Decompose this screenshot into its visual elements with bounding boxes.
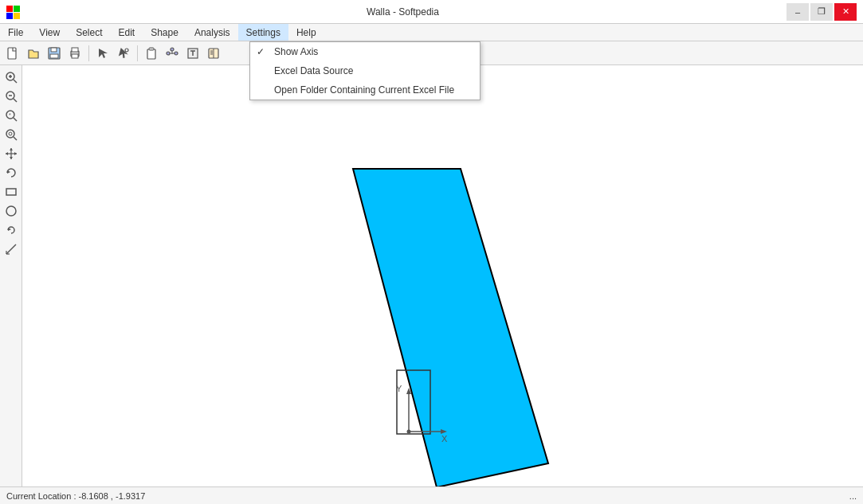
svg-line-26 [14,99,17,102]
svg-line-22 [14,80,17,83]
svg-text:*: * [9,112,11,118]
settings-dropdown: ✓ Show Axis Excel Data Source Open Folde… [249,41,481,100]
svg-marker-43 [8,228,11,231]
svg-point-10 [167,52,170,55]
close-button[interactable]: ✕ [834,3,857,21]
menu-select[interactable]: Select [68,24,110,41]
app-logo [6,6,19,18]
svg-point-31 [6,130,14,138]
menu-settings[interactable]: Settings [238,24,288,41]
toolbar-sep2 [137,45,138,61]
dropdown-show-axis[interactable]: ✓ Show Axis [250,42,480,61]
svg-rect-6 [72,48,78,52]
svg-marker-38 [6,152,8,155]
svg-point-7 [125,49,128,52]
menu-analysis[interactable]: Analysis [186,24,238,41]
toolbar-book[interactable] [204,44,223,63]
y-label: Y [396,384,402,393]
dropdown-excel-data-source[interactable]: Excel Data Source [250,61,480,80]
menu-edit[interactable]: Edit [111,24,143,41]
restore-button[interactable]: ❐ [810,3,833,21]
svg-point-12 [171,48,174,51]
status-location: Current Location : -8.1608 , -1.9317 [6,491,145,501]
main-area: * [0,65,863,486]
svg-rect-41 [6,189,16,195]
dropdown-open-folder[interactable]: Open Folder Containing Current Excel Fil… [250,80,480,100]
svg-marker-39 [14,152,17,155]
toolbar-open[interactable] [24,44,43,63]
tool-zoom-in[interactable] [2,68,20,86]
menu-file[interactable]: File [0,24,31,41]
tool-zoom-fit[interactable]: * [2,107,20,124]
svg-point-11 [175,52,178,55]
tool-rectangle[interactable] [2,183,20,201]
toolbar-arrow2[interactable] [114,44,133,63]
tool-zoom-out[interactable] [2,88,20,105]
svg-marker-37 [10,157,13,159]
tool-measure[interactable] [2,240,20,258]
status-right: ... [849,491,857,501]
svg-line-32 [14,137,17,140]
x-label: X [441,434,448,443]
svg-point-42 [6,206,16,216]
svg-marker-40 [7,170,10,174]
svg-rect-0 [8,48,16,59]
toolbar-new[interactable] [3,44,22,63]
logo-blue [6,13,13,19]
toolbar-print[interactable] [65,44,84,63]
toolbox: * [0,65,22,486]
tool-circle[interactable] [2,202,20,220]
canvas-svg: Y X [22,65,863,486]
toolbar-save[interactable] [45,44,64,63]
svg-rect-3 [50,54,58,58]
menu-view[interactable]: View [31,24,68,41]
toolbar-clipboard[interactable] [142,44,161,63]
toolbar-arrow[interactable] [93,44,112,63]
show-axis-check: ✓ [257,46,265,57]
menu-bar: File View Select Edit Shape Analysis Set… [0,24,863,41]
logo-red [6,6,13,12]
window-controls: – ❐ ✕ [787,3,857,21]
toolbar-text[interactable] [183,44,202,63]
toolbar-sep1 [88,45,89,61]
menu-shape[interactable]: Shape [143,24,186,41]
status-bar: Current Location : -8.1608 , -1.9317 ... [0,486,863,504]
main-shape [353,169,548,486]
svg-marker-36 [10,148,13,150]
tool-rotate[interactable] [2,164,20,182]
svg-line-29 [14,118,17,121]
svg-point-33 [9,132,12,135]
tool-undo[interactable] [2,221,20,239]
svg-rect-8 [147,49,155,59]
tool-pan[interactable] [2,145,20,162]
tool-zoom-all[interactable] [2,126,20,143]
svg-rect-5 [72,54,78,58]
toolbar-connect[interactable] [163,44,182,63]
svg-rect-9 [149,48,154,50]
canvas-area[interactable]: Y X [22,65,863,486]
window-title: Walla - Softpedia [19,6,787,18]
origin-dot [407,430,411,434]
minimize-button[interactable]: – [787,3,809,21]
title-bar: Walla - Softpedia – ❐ ✕ [0,0,863,24]
menu-help[interactable]: Help [288,24,324,41]
svg-rect-2 [51,48,57,52]
